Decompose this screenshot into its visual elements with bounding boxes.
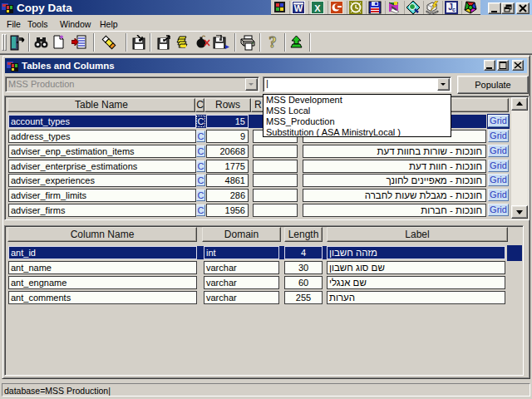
svg-text:c: c <box>452 7 456 12</box>
svg-text:X: X <box>314 3 321 13</box>
svg-text:W: W <box>294 3 303 13</box>
svg-text:?: ? <box>268 34 277 51</box>
